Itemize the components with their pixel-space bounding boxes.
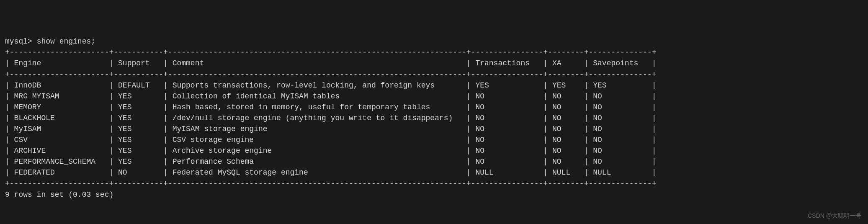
sql-command: show engines; (37, 37, 95, 46)
table-header-row: | Engine | Support | Comment | Transacti… (5, 59, 656, 67)
mysql-prompt: mysql> (5, 37, 37, 46)
table-border-top: +----------------------+-----------+----… (5, 48, 656, 57)
table-border-bottom: +----------------------+-----------+----… (5, 180, 656, 188)
table-border-mid: +----------------------+-----------+----… (5, 70, 656, 79)
watermark: CSDN @大聪明一号 (808, 211, 861, 220)
table-body: | InnoDB | DEFAULT | Supports transactio… (5, 81, 656, 177)
result-footer: 9 rows in set (0.03 sec) (5, 191, 113, 199)
